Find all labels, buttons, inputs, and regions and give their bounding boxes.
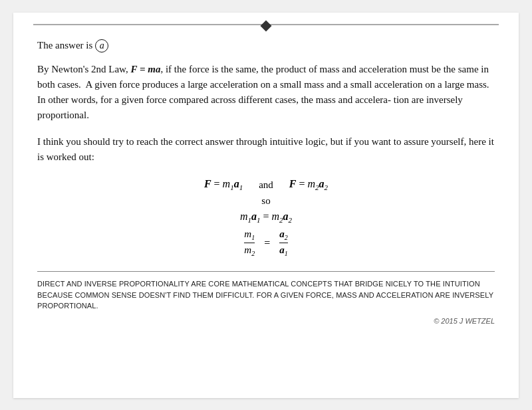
- fraction-left: m1 m2: [244, 228, 255, 258]
- answer-circle: a: [95, 39, 108, 52]
- math-so: so: [37, 195, 495, 207]
- fraction-right: a2 a1: [279, 228, 288, 258]
- footer-text: DIRECT AND INVERSE PROPORTIONALITY ARE C…: [13, 278, 519, 312]
- fraction-left-denominator: m2: [244, 243, 255, 258]
- paragraph-1: By Newton's 2nd Law, F = ma, if the forc…: [37, 62, 495, 124]
- math-line-3: m1a1 = m2a2: [37, 211, 495, 224]
- top-rule: [13, 13, 519, 37]
- math-expr-2: F = m2a2: [289, 178, 328, 191]
- math-expr-1: F = m1a1: [204, 178, 243, 191]
- answer-card: The answer is a By Newton's 2nd Law, F =…: [13, 13, 519, 398]
- fraction-right-numerator: a2: [279, 228, 288, 243]
- main-content: The answer is a By Newton's 2nd Law, F =…: [13, 37, 519, 258]
- math-fraction-row: m1 m2 = a2 a1: [37, 228, 495, 258]
- diamond-icon: [261, 20, 272, 31]
- math-and: and: [259, 179, 273, 191]
- math-expr-3: m1a1 = m2a2: [240, 211, 292, 224]
- bottom-rule: [37, 271, 495, 272]
- copyright: © 2015 J WETZEL: [13, 317, 519, 325]
- fraction-equals: =: [264, 237, 270, 249]
- math-so-text: so: [261, 195, 270, 207]
- answer-line: The answer is a: [37, 39, 495, 52]
- answer-value: a: [100, 41, 104, 51]
- fraction-left-numerator: m1: [244, 228, 255, 243]
- formula-inline: F = ma: [130, 64, 160, 74]
- paragraph-2: I think you should try to reach the corr…: [37, 134, 495, 165]
- math-line-1: F = m1a1 and F = m2a2: [37, 178, 495, 191]
- answer-label: The answer is: [37, 40, 92, 51]
- fraction-right-denominator: a1: [279, 243, 288, 258]
- math-section: F = m1a1 and F = m2a2 so m1a1: [37, 178, 495, 258]
